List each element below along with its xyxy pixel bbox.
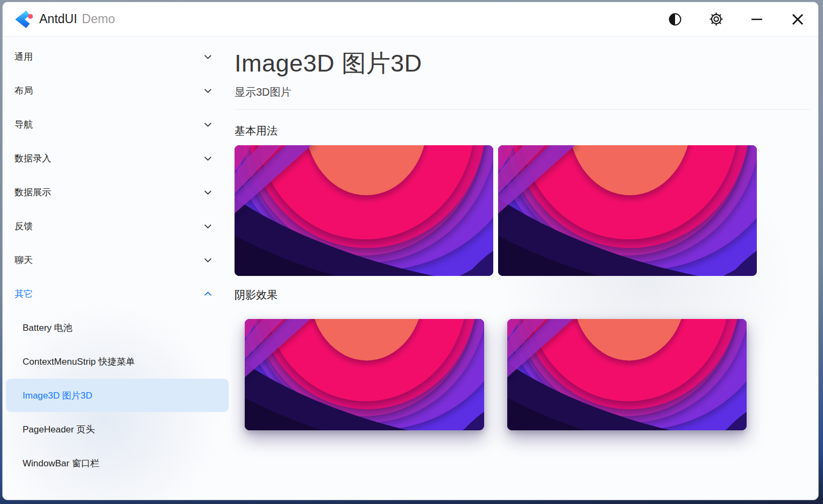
section-title-basic-usage: 基本用法 <box>235 124 811 138</box>
app-title-suffix: Demo <box>82 12 115 26</box>
page-subtitle: 显示3D图片 <box>235 85 811 100</box>
sidebar-group-layout[interactable]: 布局 <box>3 74 229 108</box>
sidebar-group-label: 聊天 <box>15 254 33 266</box>
sidebar-item-battery[interactable]: Battery 电池 <box>6 311 229 344</box>
gear-icon <box>709 12 723 26</box>
sidebar-item-label: ContextMenuStrip 快捷菜单 <box>23 356 135 368</box>
app-logo-icon <box>13 9 34 30</box>
header-divider <box>235 109 811 110</box>
section-title-shadow-effect: 阴影效果 <box>235 288 811 302</box>
sidebar-item-label: WindowBar 窗口栏 <box>23 457 100 470</box>
sidebar-item-windowbar[interactable]: WindowBar 窗口栏 <box>6 446 229 480</box>
sidebar-group-navigation[interactable]: 导航 <box>3 108 229 141</box>
sidebar-group-feedback[interactable]: 反馈 <box>3 209 229 243</box>
sidebar-group-data-display[interactable]: 数据展示 <box>3 175 229 209</box>
sidebar-item-label: PageHeader 页头 <box>23 423 95 436</box>
sidebar-group-label: 反馈 <box>15 220 33 232</box>
chevron-down-icon <box>203 222 212 231</box>
app-window: AntdUI Demo <box>2 2 819 500</box>
settings-button[interactable] <box>708 12 723 27</box>
chevron-down-icon <box>203 255 212 265</box>
close-button[interactable] <box>790 12 805 27</box>
sidebar-group-label: 导航 <box>15 118 33 131</box>
sidebar-group-label: 其它 <box>15 288 33 300</box>
content-pane: Image3D 图片3D 显示3D图片 基本用法 阴影效果 <box>229 37 818 500</box>
title-bar: AntdUI Demo <box>3 2 818 37</box>
sidebar-item-label: Image3D 图片3D <box>23 389 92 402</box>
image3d-shadow-preview-2 <box>507 319 747 430</box>
theme-toggle-button[interactable] <box>668 12 683 27</box>
sidebar-group-general[interactable]: 通用 <box>3 40 229 74</box>
sidebar-group-label: 数据录入 <box>15 152 51 165</box>
image3d-shadow-preview-1 <box>245 319 484 430</box>
chevron-down-icon <box>203 86 212 95</box>
sidebar-group-label: 数据展示 <box>15 186 51 198</box>
minimize-icon <box>750 12 764 26</box>
basic-usage-image-row <box>235 145 811 276</box>
sidebar-item-image3d[interactable]: Image3D 图片3D <box>6 379 229 412</box>
chevron-down-icon <box>203 154 212 163</box>
sidebar-item-pageheader[interactable]: PageHeader 页头 <box>6 413 229 446</box>
sidebar-group-label: 布局 <box>15 84 33 97</box>
sidebar-item-contextmenustrip[interactable]: ContextMenuStrip 快捷菜单 <box>6 345 229 378</box>
half-circle-icon <box>668 12 682 26</box>
sidebar-group-label: 通用 <box>15 51 33 63</box>
sidebar-group-other[interactable]: 其它 <box>3 277 229 311</box>
app-title: AntdUI <box>39 12 77 26</box>
minimize-button[interactable] <box>749 12 764 27</box>
chevron-down-icon <box>203 120 212 129</box>
chevron-down-icon <box>203 188 212 197</box>
sidebar-group-data-entry[interactable]: 数据录入 <box>3 141 229 175</box>
chevron-up-icon <box>203 289 212 299</box>
page-title: Image3D 图片3D <box>235 48 811 79</box>
image3d-preview-1 <box>235 145 493 276</box>
window-controls <box>668 12 805 27</box>
image3d-preview-2 <box>498 145 757 276</box>
sidebar: 通用 布局 导航 数据录入 <box>3 37 229 500</box>
sidebar-item-label: Battery 电池 <box>23 322 73 334</box>
close-icon <box>791 12 805 26</box>
shadow-effect-image-row <box>235 319 811 430</box>
chevron-down-icon <box>203 52 212 61</box>
sidebar-group-chat[interactable]: 聊天 <box>3 243 229 277</box>
